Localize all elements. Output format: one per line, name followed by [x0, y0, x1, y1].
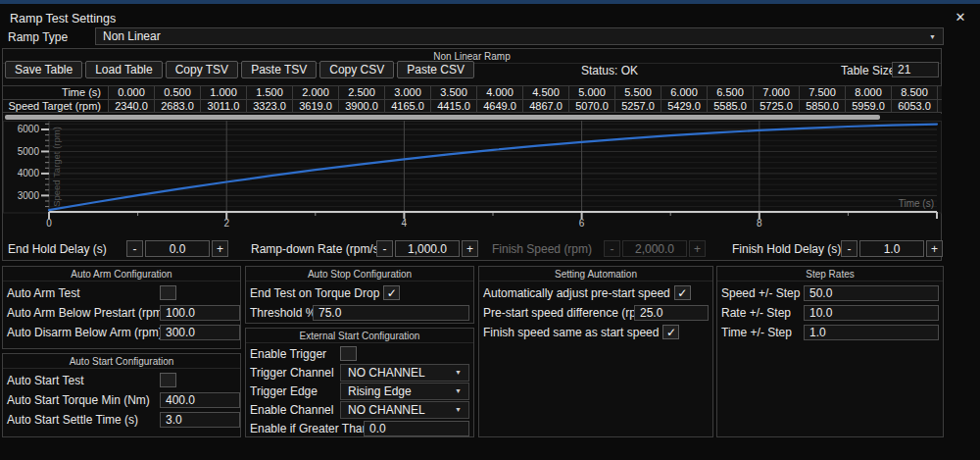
load-table-button[interactable]: Load Table: [85, 61, 163, 78]
speed-cell[interactable]: 4165.0: [384, 100, 430, 113]
finish-speed-same-checkbox[interactable]: ✓: [662, 325, 679, 339]
speed-cell[interactable]: 5959.0: [845, 100, 891, 113]
speed-cell[interactable]: 6131.0: [937, 100, 942, 113]
svg-text:0: 0: [46, 218, 52, 229]
minus-button[interactable]: -: [376, 240, 393, 257]
panel-title: Auto Stop Configuration: [246, 267, 473, 281]
time-row-header: Time (s): [3, 86, 108, 99]
speed-cell[interactable]: 2340.0: [108, 100, 154, 113]
panel-title: Auto Arm Configuration: [3, 267, 240, 281]
time-cell[interactable]: 0.000: [108, 86, 154, 99]
plus-button[interactable]: +: [926, 240, 943, 257]
end-hold-delay-value[interactable]: 0.0: [145, 240, 210, 257]
threshold-input[interactable]: 75.0: [313, 305, 469, 321]
save-table-button[interactable]: Save Table: [5, 61, 82, 78]
end-test-on-torque-drop-checkbox[interactable]: ✓: [383, 285, 400, 300]
row-label: Trigger Edge: [250, 384, 336, 398]
minus-button[interactable]: -: [126, 240, 143, 257]
copy-tsv-button[interactable]: Copy TSV: [166, 61, 238, 78]
speed-cell[interactable]: 5429.0: [661, 100, 707, 113]
table-size-input[interactable]: 21: [892, 62, 939, 77]
speed-cell[interactable]: 3900.0: [338, 100, 384, 113]
time-cell[interactable]: 7.500: [799, 86, 845, 99]
speed-cell[interactable]: 5850.0: [799, 100, 845, 113]
threshold-row: Threshold % 75.0: [250, 304, 469, 321]
time-cell[interactable]: 3.000: [384, 86, 430, 99]
auto-start-settle-time-input[interactable]: 3.0: [160, 412, 240, 428]
row-label: Enable Trigger: [250, 347, 336, 361]
time-cell[interactable]: 4.000: [476, 86, 522, 99]
time-cell[interactable]: 4.500: [522, 86, 568, 99]
time-cell[interactable]: 3.500: [430, 86, 476, 99]
enable-channel-dropdown[interactable]: NO CHANNEL ▼: [340, 401, 469, 419]
speed-cell[interactable]: 4649.0: [476, 100, 522, 113]
speed-cell[interactable]: 5585.0: [707, 100, 753, 113]
status-badge: Status: OK: [581, 64, 638, 77]
enable-if-greater-input[interactable]: 0.0: [364, 421, 469, 436]
minus-button[interactable]: -: [841, 240, 858, 257]
auto-arm-below-prestart-row: Auto Arm Below Prestart (rpm) 100.0: [7, 304, 236, 321]
finish-hold-delay-value[interactable]: 1.0: [859, 240, 924, 257]
time-cell[interactable]: 5.000: [568, 86, 614, 99]
time-cell[interactable]: 2.500: [338, 86, 384, 99]
auto-arm-below-prestart-input[interactable]: 100.0: [160, 305, 240, 321]
table-scrollbar-thumb[interactable]: [5, 115, 880, 120]
chevron-down-icon: ▼: [455, 387, 462, 394]
row-label: Finish speed same as start speed: [483, 326, 659, 339]
auto-start-test-checkbox[interactable]: [160, 373, 176, 387]
row-label: Pre-start speed difference (rpm): [483, 306, 630, 320]
time-cell[interactable]: 2.000: [292, 86, 338, 99]
speed-cell[interactable]: 5257.0: [614, 100, 661, 113]
prestart-speed-difference-input[interactable]: 25.0: [634, 305, 709, 321]
time-cell[interactable]: 8.000: [845, 86, 891, 99]
speed-cell[interactable]: 3619.0: [292, 100, 338, 113]
speed-cell[interactable]: 4867.0: [522, 100, 568, 113]
speed-cell[interactable]: 3011.0: [200, 100, 246, 113]
ramp-type-dropdown[interactable]: Non Linear ▼: [95, 27, 944, 45]
time-cell[interactable]: 1.000: [200, 86, 246, 99]
time-cell[interactable]: 5.500: [614, 86, 661, 99]
enable-channel-row: Enable Channel NO CHANNEL ▼: [250, 401, 469, 418]
end-test-on-torque-drop-row: End Test on Torque Drop ✓: [250, 284, 469, 301]
copy-csv-button[interactable]: Copy CSV: [319, 61, 394, 78]
paste-csv-button[interactable]: Paste CSV: [397, 61, 474, 78]
auto-adjust-prestart-checkbox[interactable]: ✓: [674, 285, 691, 300]
auto-arm-test-checkbox[interactable]: [160, 285, 176, 300]
plus-button[interactable]: +: [462, 240, 478, 257]
time-cell[interactable]: 8.500: [891, 86, 937, 99]
dropdown-value: Rising Edge: [348, 384, 412, 398]
end-hold-delay-stepper: - 0.0 +: [126, 240, 228, 257]
time-cell[interactable]: 6.500: [707, 86, 753, 99]
trigger-channel-dropdown[interactable]: NO CHANNEL ▼: [340, 364, 469, 382]
speed-step-input[interactable]: 50.0: [804, 285, 939, 301]
time-step-input[interactable]: 1.0: [804, 325, 939, 340]
auto-disarm-below-arm-row: Auto Disarm Below Arm (rpm) 300.0: [7, 324, 236, 340]
enable-trigger-checkbox[interactable]: [340, 346, 357, 361]
auto-stop-panel: Auto Stop Configuration End Test on Torq…: [245, 266, 474, 324]
speed-cell[interactable]: 5725.0: [753, 100, 799, 113]
auto-arm-panel: Auto Arm Configuration Auto Arm Test Aut…: [2, 266, 241, 349]
speed-cell[interactable]: 5070.0: [568, 100, 614, 113]
time-cell[interactable]: 7.000: [753, 86, 799, 99]
paste-tsv-button[interactable]: Paste TSV: [241, 61, 317, 78]
ramp-down-rate-value[interactable]: 1,000.0: [395, 240, 460, 257]
speed-cell[interactable]: 6053.0: [891, 100, 937, 113]
time-cell[interactable]: 6.000: [661, 86, 707, 99]
svg-text:4000: 4000: [18, 168, 40, 179]
plus-button[interactable]: +: [212, 240, 228, 257]
time-cell[interactable]: 1.500: [246, 86, 292, 99]
trigger-edge-dropdown[interactable]: Rising Edge ▼: [340, 383, 469, 400]
time-cell[interactable]: 9.000: [937, 86, 942, 99]
close-icon[interactable]: ✕: [951, 8, 970, 26]
speed-cell[interactable]: 3323.0: [246, 100, 292, 113]
end-hold-delay-label: End Hold Delay (s): [8, 242, 107, 256]
speed-cell[interactable]: 2683.0: [154, 100, 200, 113]
rate-step-input[interactable]: 10.0: [804, 305, 939, 321]
table-scrollbar-track[interactable]: [3, 114, 942, 121]
minus-button: -: [604, 240, 620, 257]
svg-text:4: 4: [402, 218, 408, 229]
auto-start-torque-min-input[interactable]: 400.0: [160, 392, 240, 408]
auto-disarm-below-arm-input[interactable]: 300.0: [160, 325, 240, 340]
time-cell[interactable]: 0.500: [154, 86, 200, 99]
speed-cell[interactable]: 4415.0: [430, 100, 476, 113]
